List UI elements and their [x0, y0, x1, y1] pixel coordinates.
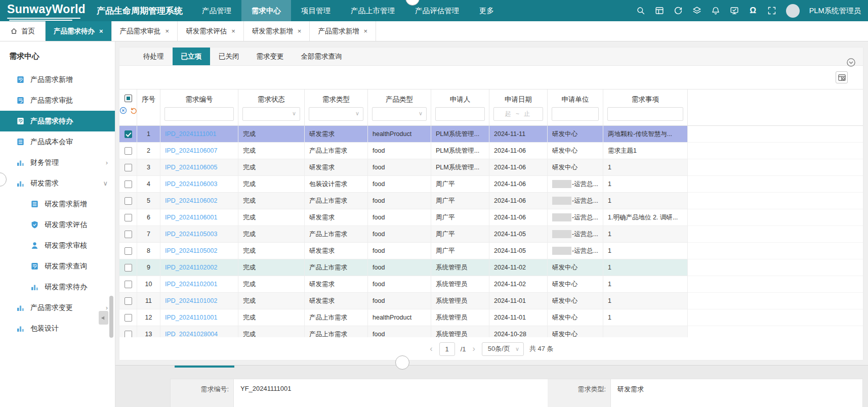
row-checkbox[interactable] — [125, 214, 132, 221]
next-page-button[interactable]: › — [472, 344, 476, 353]
filter-status-select[interactable]: ∨ — [242, 107, 300, 121]
table-row[interactable]: 6IPD_20241106001完成研发需求food周广平2024-11-06-… — [119, 209, 863, 226]
logo[interactable]: SunwayWorld — [7, 3, 86, 19]
close-tab-icon[interactable]: × — [363, 27, 367, 35]
sidebar-item[interactable]: 财务管理› — [0, 152, 115, 173]
requirement-link[interactable]: IPD_20241102001 — [165, 281, 217, 288]
requirement-link[interactable]: IPD_20241106005 — [165, 164, 217, 171]
sidebar-item[interactable]: 产品需求审批 — [0, 90, 115, 111]
sidebar-item[interactable]: 产品需求新增 — [0, 69, 115, 90]
table-row[interactable]: 7IPD_20241105003完成产品上市需求food周广平2024-11-0… — [119, 226, 863, 243]
view-tab[interactable]: 已立项 — [173, 48, 211, 65]
tab-home[interactable]: 首页 — [0, 21, 45, 41]
table-row[interactable]: 1IPD_20241111001完成研发需求healthProductPLM系统… — [119, 126, 863, 143]
user-avatar[interactable] — [786, 4, 800, 18]
view-tab[interactable]: 需求变更 — [248, 48, 293, 65]
user-name[interactable]: PLM系统管理员 — [809, 6, 861, 16]
app-panel-icon[interactable] — [655, 6, 664, 15]
current-page-input[interactable]: 1 — [439, 342, 455, 356]
layers-icon[interactable] — [692, 6, 701, 15]
omega-icon[interactable]: Ω — [749, 6, 758, 15]
table-row[interactable]: 5IPD_20241106002完成产品上市需求food周广平2024-11-0… — [119, 193, 863, 209]
filter-product-select[interactable]: ∨ — [372, 107, 427, 121]
requirement-link[interactable]: IPD_20241106003 — [165, 180, 217, 188]
table-row[interactable]: 12IPD_20241101001完成产品上市需求healthProduct系统… — [119, 309, 863, 326]
nav-item[interactable]: 更多 — [469, 0, 504, 21]
window-tab[interactable]: 产品需求审批× — [112, 21, 178, 41]
sidebar-scrollbar[interactable] — [109, 296, 113, 338]
select-all-checkbox[interactable] — [125, 95, 132, 102]
filter-applicant-input[interactable] — [435, 107, 485, 121]
bell-icon[interactable] — [711, 6, 720, 15]
requirement-link[interactable]: IPD_20241106007 — [165, 147, 217, 154]
requirement-link[interactable]: IPD_20241106001 — [165, 214, 217, 221]
requirement-link[interactable]: IPD_20241105002 — [165, 247, 217, 254]
row-checkbox[interactable] — [125, 147, 132, 155]
filter-req-no-input[interactable] — [164, 107, 234, 121]
sidebar-item[interactable]: 产品需求变更› — [0, 297, 115, 318]
requirement-link[interactable]: IPD_20241028004 — [165, 331, 218, 337]
close-tab-icon[interactable]: × — [298, 27, 302, 35]
refresh-icon[interactable] — [674, 6, 683, 15]
sidebar-item[interactable]: 研发需求∨ — [0, 173, 115, 194]
close-tab-icon[interactable]: × — [99, 27, 103, 35]
row-checkbox[interactable] — [125, 297, 132, 305]
nav-item[interactable]: 项目管理 — [291, 0, 341, 21]
table-row[interactable]: 11IPD_20241101002完成研发需求food系统管理员2024-11-… — [119, 293, 863, 309]
requirement-link[interactable]: IPD_20241102002 — [165, 264, 217, 271]
close-tab-icon[interactable]: × — [231, 27, 235, 35]
page-size-select[interactable]: 50条/页 ∨ — [482, 342, 524, 356]
row-checkbox[interactable] — [125, 264, 132, 272]
sidebar-item[interactable]: 研发需求待办 — [0, 277, 115, 297]
nav-item[interactable]: 需求中心 — [241, 0, 291, 21]
table-row[interactable]: 10IPD_20241102001完成研发需求food系统管理员2024-11-… — [119, 276, 863, 293]
row-checkbox[interactable] — [125, 281, 132, 288]
row-checkbox[interactable] — [125, 331, 132, 338]
table-row[interactable]: 9IPD_20241102002完成产品上市需求food系统管理员2024-11… — [119, 259, 863, 276]
reset-filter-icon[interactable] — [130, 107, 137, 114]
filter-date-range[interactable]: 起 ~ 止 — [493, 107, 543, 121]
table-row[interactable]: 4IPD_20241106003完成包装设计需求food周广平2024-11-0… — [119, 176, 863, 193]
view-tab[interactable]: 全部需求查询 — [293, 48, 351, 65]
window-tab[interactable]: 研发需求新增× — [244, 21, 310, 41]
row-checkbox[interactable] — [125, 197, 132, 205]
table-row[interactable]: 2IPD_20241106007完成产品上市需求foodPLM系统管理...20… — [119, 143, 863, 159]
nav-item[interactable]: 产品管理 — [192, 0, 241, 21]
sidebar-item[interactable]: 研发需求审核 — [0, 235, 115, 256]
sidebar-collapse-button[interactable] — [99, 311, 108, 325]
view-tab[interactable]: 待处理 — [135, 48, 173, 65]
window-tab[interactable]: 产品需求新增× — [310, 21, 376, 41]
requirement-link[interactable]: IPD_20241111001 — [165, 130, 216, 138]
sidebar-item[interactable]: 研发需求新增 — [0, 194, 115, 214]
row-checkbox[interactable] — [125, 130, 132, 138]
filter-unit-input[interactable] — [552, 107, 599, 121]
splitter-handle-bottom[interactable] — [395, 355, 409, 370]
clear-selection-icon[interactable] — [119, 107, 127, 114]
window-tab[interactable]: 产品需求待办× — [45, 21, 112, 41]
nav-item[interactable]: 产品上市管理 — [341, 0, 405, 21]
table-row[interactable]: 3IPD_20241106005完成研发需求foodPLM系统管理...2024… — [119, 159, 863, 176]
sidebar-item[interactable]: 研发需求评估 — [0, 214, 115, 235]
sidebar-item[interactable]: 包装设计 — [0, 318, 115, 339]
requirement-link[interactable]: IPD_20241101002 — [165, 297, 217, 304]
sidebar-item[interactable]: 研发需求查询 — [0, 256, 115, 277]
collapse-panel-icon[interactable] — [846, 58, 856, 67]
close-tab-icon[interactable]: × — [166, 27, 170, 35]
table-row[interactable]: 13IPD_20241028004完成产品上市需求food系统管理员2024-1… — [119, 326, 863, 337]
view-tab[interactable]: 已关闭 — [210, 48, 248, 65]
table-row[interactable]: 8IPD_20241105002完成研发需求food周广平2024-11-05-… — [119, 243, 863, 259]
filter-type-select[interactable]: ∨ — [309, 107, 363, 121]
fullscreen-icon[interactable] — [767, 6, 776, 15]
row-checkbox[interactable] — [125, 314, 132, 322]
search-icon[interactable] — [636, 6, 645, 15]
screen-edit-icon[interactable] — [730, 6, 739, 15]
row-checkbox[interactable] — [125, 231, 132, 238]
row-checkbox[interactable] — [125, 164, 132, 171]
row-checkbox[interactable] — [125, 247, 132, 255]
requirement-link[interactable]: IPD_20241105003 — [165, 231, 217, 238]
sidebar-item[interactable]: 产品成本会审 — [0, 131, 115, 152]
filter-subject-input[interactable] — [607, 107, 683, 121]
row-checkbox[interactable] — [125, 180, 132, 188]
prev-page-button[interactable]: ‹ — [429, 344, 433, 353]
requirement-link[interactable]: IPD_20241106002 — [165, 197, 217, 204]
